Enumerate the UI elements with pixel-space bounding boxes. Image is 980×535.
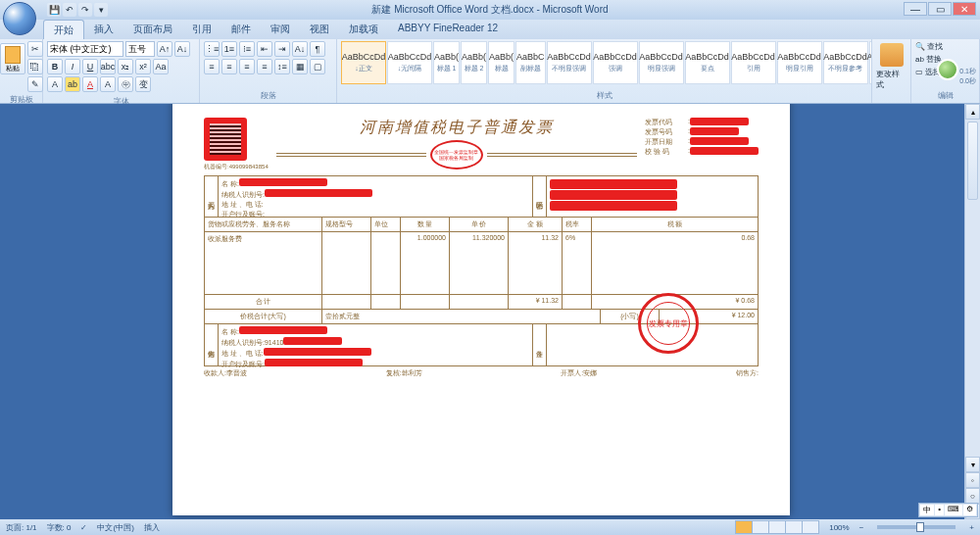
char-shading-icon[interactable]: A (100, 76, 116, 92)
undo-icon[interactable]: ↶ (63, 3, 76, 17)
fullscreen-view[interactable] (752, 520, 769, 534)
cut-icon[interactable]: ✂ (27, 41, 43, 57)
phonetic-icon[interactable]: 变 (135, 76, 151, 92)
font-size-select[interactable] (125, 41, 155, 57)
browse-object-icon[interactable]: ○ (965, 488, 980, 504)
change-styles-icon[interactable] (880, 43, 904, 67)
scroll-thumb[interactable] (967, 122, 978, 200)
ime-settings[interactable]: ⚙ (963, 505, 976, 515)
style-item-10[interactable]: AaBbCcDd引用 (731, 41, 776, 84)
decrease-indent-icon[interactable]: ⇤ (257, 41, 272, 57)
subscript-button[interactable]: x₂ (118, 59, 133, 74)
tab-view[interactable]: 视图 (300, 20, 339, 39)
grow-font-icon[interactable]: A↑ (157, 41, 172, 57)
style-item-2[interactable]: AaBb(标题 1 (433, 41, 460, 84)
show-marks-icon[interactable]: ¶ (310, 41, 325, 57)
tab-references[interactable]: 引用 (182, 20, 221, 39)
increase-indent-icon[interactable]: ⇥ (274, 41, 290, 57)
tab-layout[interactable]: 页面布局 (123, 20, 182, 39)
ime-punct[interactable]: • (935, 505, 944, 515)
line-spacing-icon[interactable]: ↕≡ (274, 59, 290, 74)
style-item-0[interactable]: AaBbCcDd↓正文 (341, 41, 386, 84)
save-icon[interactable]: 💾 (47, 3, 61, 17)
addon-orb-icon[interactable] (937, 59, 958, 80)
outline-view[interactable] (785, 520, 803, 534)
italic-button[interactable]: I (65, 59, 80, 74)
sort-icon[interactable]: A↓ (292, 41, 308, 57)
style-item-3[interactable]: AaBb(标题 2 (461, 41, 487, 84)
style-item-5[interactable]: AaBbC副标题 (515, 41, 546, 84)
text-effect-icon[interactable]: A (47, 76, 63, 92)
minimize-button[interactable]: — (904, 2, 927, 16)
replace-icon: ab (915, 55, 924, 64)
view-buttons (736, 520, 819, 534)
style-item-12[interactable]: AaBbCcDd不明显参考 (823, 41, 868, 84)
style-item-11[interactable]: AaBbCcDd明显引用 (777, 41, 822, 84)
select-icon: ▭ (915, 68, 923, 76)
document-area[interactable]: 机器编号:499099843854 河南增值税电子普通发票 全国统一发票监制章 … (0, 104, 964, 519)
bold-button[interactable]: B (47, 59, 63, 74)
strike-button[interactable]: abc (100, 59, 116, 74)
styles-gallery[interactable]: AaBbCcDd↓正文AaBbCcDd↓无间隔AaBb(标题 1AaBb(标题 … (341, 41, 867, 84)
underline-button[interactable]: U (82, 59, 98, 74)
borders-icon[interactable]: ▢ (310, 59, 325, 74)
highlight-icon[interactable]: ab (65, 76, 80, 92)
ime-shape[interactable]: ⌨ (945, 505, 962, 515)
office-button[interactable] (3, 2, 36, 35)
status-words[interactable]: 字数: 0 (47, 522, 72, 533)
align-right-icon[interactable]: ≡ (239, 59, 255, 74)
qat-more-icon[interactable]: ▾ (94, 3, 108, 17)
clear-format-icon[interactable]: Aa (153, 59, 169, 74)
tab-review[interactable]: 审阅 (261, 20, 300, 39)
paste-button[interactable]: 粘贴 (0, 43, 25, 74)
style-item-8[interactable]: AaBbCcDd明显强调 (639, 41, 684, 84)
format-painter-icon[interactable]: ✎ (27, 76, 43, 92)
redacted (690, 137, 749, 145)
print-layout-view[interactable] (735, 520, 753, 534)
find-button[interactable]: 🔍查找 (915, 41, 975, 52)
superscript-button[interactable]: x² (135, 59, 151, 74)
prev-page-icon[interactable]: ◦ (965, 472, 980, 488)
style-item-1[interactable]: AaBbCcDd↓无间隔 (387, 41, 432, 84)
tab-home[interactable]: 开始 (43, 20, 84, 39)
enclose-char-icon[interactable]: ㊥ (118, 76, 133, 92)
justify-icon[interactable]: ≡ (257, 59, 272, 74)
zoom-in-icon[interactable]: + (969, 523, 974, 532)
multilevel-icon[interactable]: ⁝≡ (239, 41, 255, 57)
bullets-icon[interactable]: ⋮≡ (204, 41, 220, 57)
status-page[interactable]: 页面: 1/1 (6, 522, 37, 533)
status-bar: 页面: 1/1 字数: 0 ✓ 中文(中国) 插入 100% − + (0, 519, 980, 535)
font-color-icon[interactable]: A (82, 76, 98, 92)
status-insert[interactable]: 插入 (144, 522, 160, 533)
align-center-icon[interactable]: ≡ (221, 59, 237, 74)
vertical-scrollbar[interactable]: ▴ ▾ ◦ ○ ◦ (964, 104, 980, 519)
ime-toolbar[interactable]: 中 • ⌨ ⚙ (918, 503, 978, 517)
numbering-icon[interactable]: 1≡ (221, 41, 237, 57)
draft-view[interactable] (802, 520, 819, 534)
scroll-down-icon[interactable]: ▾ (965, 457, 980, 472)
close-button[interactable]: ✕ (953, 2, 976, 16)
zoom-level[interactable]: 100% (829, 523, 849, 532)
align-left-icon[interactable]: ≡ (204, 59, 220, 74)
copy-icon[interactable]: ⿻ (27, 59, 43, 74)
scroll-up-icon[interactable]: ▴ (965, 104, 980, 120)
web-view[interactable] (768, 520, 786, 534)
tab-mailings[interactable]: 邮件 (221, 20, 261, 39)
redacted (690, 118, 749, 125)
tab-insert[interactable]: 插入 (84, 20, 123, 39)
maximize-button[interactable]: ▭ (928, 2, 952, 16)
style-item-9[interactable]: AaBbCcDd要点 (685, 41, 730, 84)
zoom-out-icon[interactable]: − (859, 523, 864, 532)
style-item-6[interactable]: AaBbCcDd不明显强调 (547, 41, 592, 84)
font-family-select[interactable] (47, 41, 123, 57)
redo-icon[interactable]: ↷ (78, 3, 92, 17)
zoom-slider[interactable] (877, 525, 956, 529)
tab-addins[interactable]: 加载项 (339, 20, 388, 39)
shading-icon[interactable]: ▦ (292, 59, 308, 74)
shrink-font-icon[interactable]: A↓ (174, 41, 190, 57)
style-item-7[interactable]: AaBbCcDd强调 (593, 41, 638, 84)
style-item-4[interactable]: AaBb(标题 (488, 41, 514, 84)
status-language[interactable]: 中文(中国) (97, 522, 133, 533)
ime-lang[interactable]: 中 (920, 505, 934, 515)
tab-abbyy[interactable]: ABBYY FineReader 12 (388, 20, 508, 39)
